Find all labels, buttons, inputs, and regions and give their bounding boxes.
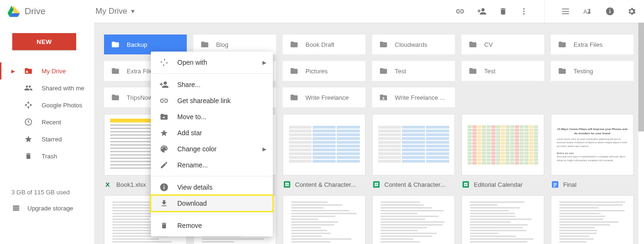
drive-logo-icon	[8, 6, 20, 17]
svg-rect-8	[13, 206, 19, 207]
folder-item[interactable]: Write Freelance	[283, 87, 366, 107]
folder-item[interactable]: Pictures	[283, 61, 366, 81]
file-item[interactable]	[551, 195, 634, 244]
file-item[interactable]: Content & Character...	[372, 114, 455, 189]
people-icon	[24, 84, 33, 92]
folder-item[interactable]: Book Draft	[283, 35, 366, 54]
folder-icon	[557, 67, 567, 75]
scrollbar[interactable]	[638, 23, 644, 131]
file-thumbnail	[372, 114, 455, 175]
menu-download[interactable]: Download	[151, 195, 273, 211]
folder-item[interactable]: CV	[461, 35, 544, 54]
folder-item[interactable]: Extra Files	[551, 35, 634, 54]
svg-rect-33	[553, 186, 556, 187]
context-menu: Open with▶Share...Get shareable linkMove…	[151, 52, 273, 236]
menu-moveto[interactable]: Move to...	[151, 109, 273, 125]
nav: ▶ My Drive Shared with me Google Photos …	[0, 62, 94, 165]
openwith-icon	[159, 58, 169, 67]
file-name: Content & Character...	[384, 181, 445, 188]
menu-star[interactable]: Add star	[151, 125, 273, 141]
list-view-icon[interactable]	[561, 7, 570, 16]
divider	[544, 0, 545, 23]
share-icon	[159, 80, 169, 89]
add-person-icon[interactable]	[477, 7, 487, 16]
breadcrumb-dropdown[interactable]: My Drive ▼	[96, 7, 136, 16]
nav-starred[interactable]: Starred	[0, 131, 94, 148]
moveto-icon	[159, 113, 169, 121]
file-name: Final	[563, 181, 576, 188]
folder-label: Write Freelance ...	[395, 94, 445, 101]
file-item[interactable]	[461, 195, 544, 244]
nav-trash[interactable]: Trash	[0, 148, 94, 165]
file-type-icon	[283, 180, 291, 189]
menu-label: Share...	[177, 81, 200, 88]
file-item[interactable]	[372, 195, 455, 244]
folder-icon	[289, 93, 299, 102]
nav-label: Google Photos	[42, 102, 82, 109]
logo-area[interactable]: Drive	[8, 6, 96, 17]
folder-item[interactable]: Test	[372, 61, 455, 81]
file-item[interactable]: Content & Character...	[283, 114, 366, 189]
svg-rect-32	[553, 184, 557, 185]
folder-icon	[379, 67, 388, 75]
link-icon	[159, 96, 169, 105]
delete-icon[interactable]	[499, 7, 507, 16]
menu-label: Open with	[177, 59, 207, 66]
sort-icon[interactable]: AZ	[583, 6, 593, 17]
svg-rect-36	[164, 185, 165, 186]
file-thumbnail	[461, 195, 544, 244]
storage-info: 3 GB of 115 GB used Upgrade storage	[11, 189, 87, 212]
settings-icon[interactable]	[627, 7, 636, 16]
svg-rect-35	[164, 186, 165, 189]
folder-icon	[379, 93, 388, 102]
upgrade-label: Upgrade storage	[27, 205, 73, 212]
menu-palette[interactable]: Change color▶	[151, 141, 273, 157]
menu-link[interactable]: Get shareable link	[151, 93, 273, 109]
header: Drive My Drive ▼ AZ	[0, 0, 644, 23]
file-type-icon: X	[104, 180, 113, 189]
folder-item[interactable]: Cloudwards	[372, 35, 455, 54]
nav-recent[interactable]: Recent	[0, 113, 94, 131]
folder-label: Backup	[127, 41, 147, 48]
folder-label: Extra Files	[574, 41, 602, 48]
folder-icon	[289, 67, 299, 75]
folder-label: Test	[484, 68, 496, 75]
file-thumbnail	[551, 195, 634, 244]
folder-icon	[200, 40, 209, 49]
menu-openwith[interactable]: Open with▶	[151, 54, 273, 70]
file-name: Editorial Calendar	[474, 181, 522, 188]
menu-share[interactable]: Share...	[151, 77, 273, 93]
menu-label: Move to...	[177, 113, 206, 121]
folder-label: CV	[484, 41, 493, 48]
file-thumbnail	[283, 195, 366, 244]
folder-item[interactable]: Testing	[551, 61, 634, 81]
info-icon[interactable]	[605, 7, 615, 16]
nav-my-drive[interactable]: ▶ My Drive	[0, 62, 94, 79]
svg-point-2	[523, 13, 525, 15]
storage-icon	[11, 204, 21, 212]
folder-label: Test	[395, 68, 406, 75]
folder-item[interactable]: Write Freelance ...	[372, 87, 455, 107]
photos-icon	[24, 100, 33, 110]
menu-label: Rename...	[177, 161, 208, 169]
file-item[interactable]	[283, 195, 366, 244]
menu-rename[interactable]: Rename...	[151, 157, 273, 173]
file-thumbnail	[461, 114, 544, 175]
more-icon[interactable]	[520, 7, 528, 16]
rename-icon	[159, 161, 169, 169]
nav-photos[interactable]: Google Photos	[0, 96, 94, 113]
nav-shared[interactable]: Shared with me	[0, 79, 94, 96]
folder-label: Testing	[574, 68, 593, 75]
folder-item[interactable]: Test	[461, 61, 544, 81]
get-link-icon[interactable]	[455, 7, 465, 16]
folder-label: Pictures	[305, 68, 328, 75]
chevron-down-icon: ▼	[130, 8, 136, 15]
upgrade-storage[interactable]: Upgrade storage	[11, 204, 87, 212]
menu-info[interactable]: View details	[151, 179, 273, 195]
file-item[interactable]: Editorial Calendar	[461, 114, 544, 189]
new-button[interactable]: NEW	[12, 33, 76, 50]
file-item[interactable]: 14 Ways Canva Filters will Improve your …	[551, 114, 634, 189]
menu-trash[interactable]: Remove	[151, 218, 273, 234]
star-icon	[159, 129, 169, 137]
star-icon	[24, 135, 33, 143]
